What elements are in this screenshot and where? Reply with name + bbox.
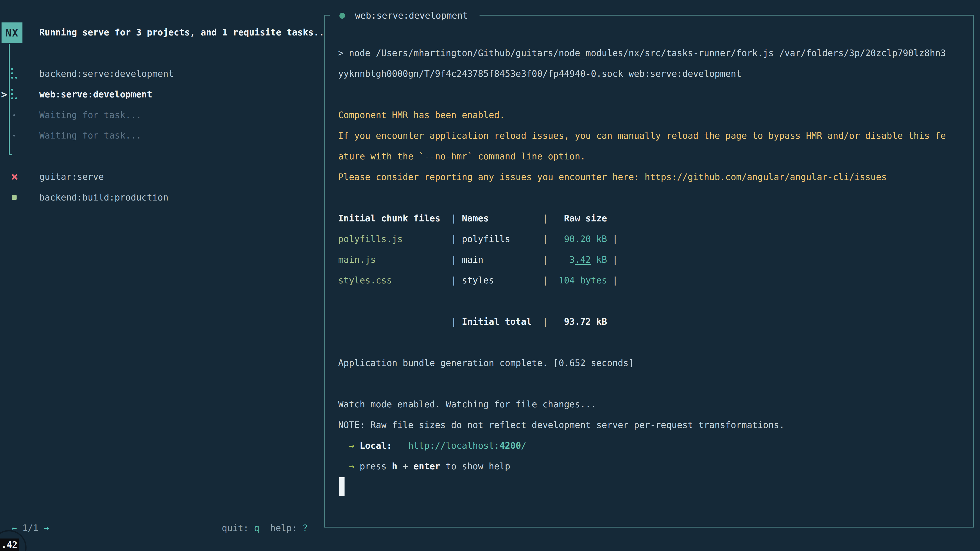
bundle-complete-line: Application bundle generation complete. … — [338, 353, 968, 373]
column-divider: | — [451, 317, 457, 327]
nx-logo: NX — [2, 22, 22, 43]
chunk-table-row: main.js| main| 3.42 kB | — [338, 249, 968, 270]
help-pre: press — [360, 461, 392, 472]
task-label: backend:serve:development — [39, 64, 174, 84]
row-end-divider: | — [612, 234, 618, 244]
chunk-table-row: styles.css| styles| 104 bytes | — [338, 270, 968, 291]
pager-position: 1/1 — [22, 523, 38, 533]
chunk-name: main — [462, 249, 542, 270]
header-names: Names — [462, 208, 542, 229]
blank-line — [338, 187, 968, 208]
quit-key: q — [254, 523, 259, 533]
chunk-table-row: polyfills.js| polyfills| 90.20 kB | — [338, 229, 968, 249]
pager-next-icon[interactable]: → — [44, 523, 49, 533]
chunk-table-header: Initial chunk files| Names| Raw size — [338, 208, 968, 229]
chunk-size-pre: 3 — [570, 254, 575, 265]
waiting-dot-icon — [13, 135, 15, 137]
column-divider: | — [451, 275, 457, 286]
column-divider: | — [451, 254, 457, 265]
cursor-line — [338, 477, 968, 497]
terminal-output: > node /Users/mhartington/Github/guitars… — [338, 43, 968, 497]
local-label: Local: — [360, 441, 392, 451]
blank-line — [338, 373, 968, 394]
task-row-waiting-1[interactable]: Waiting for task... — [0, 105, 301, 125]
hmr-notice-line-4: Please consider reporting any issues you… — [338, 167, 968, 187]
terminal-command-line-1: > node /Users/mhartington/Github/guitars… — [338, 43, 968, 64]
header-files: Initial chunk files — [338, 208, 451, 229]
task-row-waiting-2[interactable]: Waiting for task... — [0, 125, 301, 146]
help-key: ? — [302, 523, 308, 533]
help-mid: + — [397, 461, 414, 472]
task-row-backend-serve[interactable]: backend:serve:development — [0, 64, 301, 84]
nx-tui-screen: { "colors": { "background": "#152938", "… — [0, 0, 980, 551]
panel-title: web:serve:development — [355, 11, 468, 21]
task-row-guitar-serve[interactable]: guitar:serve — [0, 167, 301, 187]
hmr-notice-line-2: If you encounter application reload issu… — [338, 125, 968, 146]
task-label: guitar:serve — [39, 167, 104, 187]
note-line: NOTE: Raw file sizes do not reflect deve… — [338, 415, 968, 435]
chunk-file: polyfills.js — [338, 229, 451, 249]
total-size: 93.72 kB — [553, 311, 607, 332]
column-divider: | — [451, 213, 457, 224]
quit-label: quit: — [222, 523, 248, 533]
total-label: Initial total — [462, 311, 542, 332]
page-title: Running serve for 3 projects, and 1 requ… — [39, 26, 325, 39]
corner-overlay-badge: .42 — [0, 538, 19, 551]
help-key-enter: enter — [414, 461, 440, 472]
task-label: Waiting for task... — [39, 125, 142, 146]
task-label: Waiting for task... — [39, 105, 142, 125]
row-end-divider: | — [612, 275, 618, 286]
column-divider: | — [542, 254, 548, 265]
failed-x-icon — [11, 173, 18, 180]
panel-header: web:serve:development — [330, 8, 479, 23]
local-url-port: 4200 — [500, 441, 521, 451]
chunk-size: 3.42 kB — [553, 249, 607, 270]
task-row-backend-build[interactable]: backend:build:production — [0, 187, 301, 208]
hmr-notice-line-3: ature with the `--no-hmr` command line o… — [338, 146, 968, 167]
spinner-icon — [11, 68, 18, 80]
chunk-file: main.js — [338, 249, 451, 270]
help-label: help: — [270, 523, 297, 533]
watch-mode-line: Watch mode enabled. Watching for file ch… — [338, 394, 968, 415]
chunk-size-post: kB — [591, 254, 607, 265]
column-divider: | — [542, 317, 548, 327]
task-label-selected: web:serve:development — [39, 84, 152, 105]
task-tree-line-foot — [9, 154, 12, 156]
local-url-prefix: http://localhost: — [408, 441, 500, 451]
blank-line — [338, 332, 968, 353]
help-hint-line: → press h + enter to show help — [338, 456, 968, 477]
column-divider: | — [542, 213, 548, 224]
column-divider: | — [451, 234, 457, 244]
task-label: backend:build:production — [39, 187, 169, 208]
help-post: to show help — [440, 461, 510, 472]
local-url[interactable]: http://localhost:4200/ — [408, 441, 527, 451]
arrow-icon: → — [349, 441, 354, 451]
terminal-cursor[interactable] — [339, 477, 345, 496]
chunk-size-underlined: .42 — [575, 254, 591, 265]
chunk-name: polyfills — [462, 229, 542, 249]
running-bullet-icon — [339, 13, 345, 19]
chunk-name: styles — [462, 270, 542, 291]
corner-overlay-text: .42 — [1, 540, 18, 550]
column-divider: | — [542, 234, 548, 244]
terminal-command-line-2: yyknnbtgh0000gn/T/9f4c243785f8453e3f00/f… — [338, 64, 968, 84]
hmr-notice-line-1: Component HMR has been enabled. — [338, 105, 968, 125]
blank-line — [338, 291, 968, 311]
task-output-panel: web:serve:development > node /Users/mhar… — [325, 15, 974, 527]
column-divider: | — [542, 275, 548, 286]
shortcut-hints: quit: q help: ? — [222, 518, 308, 538]
selection-arrow-icon: > — [1, 84, 7, 105]
task-row-web-serve[interactable]: > web:serve:development — [0, 84, 301, 105]
waiting-dot-icon — [13, 114, 15, 116]
success-square-icon — [12, 195, 17, 200]
nx-logo-text: NX — [5, 27, 19, 39]
spinner-icon — [11, 89, 18, 100]
local-url-suffix: / — [521, 441, 527, 451]
header-raw-size: Raw size — [553, 208, 607, 229]
chunk-table-total-row: | Initial total| 93.72 kB — [338, 311, 968, 332]
local-url-line: → Local: http://localhost:4200/ — [338, 435, 968, 456]
help-key-h: h — [392, 461, 397, 472]
row-end-divider: | — [612, 254, 618, 265]
arrow-icon: → — [349, 461, 354, 472]
chunk-size: 104 bytes — [553, 270, 607, 291]
